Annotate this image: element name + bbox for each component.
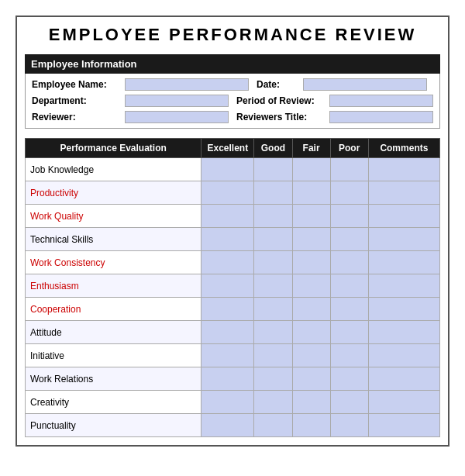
comments-cell[interactable] bbox=[368, 391, 439, 414]
table-row: Punctuality bbox=[26, 414, 440, 437]
check-cell-fair[interactable] bbox=[292, 228, 330, 251]
page-title: EMPLOYEE PERFORMANCE REVIEW bbox=[25, 25, 440, 45]
reviewer-input[interactable] bbox=[125, 111, 229, 123]
comments-cell[interactable] bbox=[368, 251, 439, 274]
table-row: Enthusiasm bbox=[26, 274, 440, 298]
check-cell-fair[interactable] bbox=[292, 391, 330, 414]
comments-cell[interactable] bbox=[368, 228, 439, 251]
check-cell-excellent[interactable] bbox=[202, 298, 254, 321]
check-cell-excellent[interactable] bbox=[202, 158, 254, 181]
evaluation-table: Performance Evaluation Excellent Good Fa… bbox=[25, 138, 440, 437]
row-label-attitude: Attitude bbox=[26, 321, 202, 344]
check-cell-excellent[interactable] bbox=[202, 205, 254, 228]
check-cell-fair[interactable] bbox=[292, 298, 330, 321]
check-cell-good[interactable] bbox=[254, 251, 292, 274]
check-cell-fair[interactable] bbox=[292, 414, 330, 437]
row-label-work-quality: Work Quality bbox=[26, 205, 202, 228]
table-row: Work Consistency bbox=[26, 251, 440, 274]
check-cell-good[interactable] bbox=[254, 298, 292, 321]
employee-info-section: Employee Information Employee Name: Date… bbox=[25, 54, 440, 129]
check-cell-fair[interactable] bbox=[292, 367, 330, 391]
date-input[interactable] bbox=[303, 78, 427, 91]
comments-cell[interactable] bbox=[368, 158, 439, 181]
check-cell-good[interactable] bbox=[254, 274, 292, 298]
reviewer-label: Reviewer: bbox=[32, 112, 117, 122]
row-label-punctuality: Punctuality bbox=[26, 414, 202, 437]
comments-cell[interactable] bbox=[368, 367, 439, 391]
comments-cell[interactable] bbox=[368, 274, 439, 298]
check-cell-fair[interactable] bbox=[292, 181, 330, 205]
col-header-poor: Poor bbox=[330, 139, 368, 158]
table-row: Job Knowledge bbox=[26, 158, 440, 181]
check-cell-poor[interactable] bbox=[330, 205, 368, 228]
check-cell-excellent[interactable] bbox=[202, 367, 254, 391]
row-label-work-consistency: Work Consistency bbox=[26, 251, 202, 274]
check-cell-fair[interactable] bbox=[292, 205, 330, 228]
info-row-1: Employee Name: Date: bbox=[32, 78, 433, 91]
comments-cell[interactable] bbox=[368, 414, 439, 437]
check-cell-excellent[interactable] bbox=[202, 228, 254, 251]
check-cell-excellent[interactable] bbox=[202, 321, 254, 344]
check-cell-fair[interactable] bbox=[292, 321, 330, 344]
row-label-work-relations: Work Relations bbox=[26, 367, 202, 391]
check-cell-fair[interactable] bbox=[292, 251, 330, 274]
check-cell-fair[interactable] bbox=[292, 158, 330, 181]
page-container: EMPLOYEE PERFORMANCE REVIEW Employee Inf… bbox=[16, 16, 450, 447]
check-cell-poor[interactable] bbox=[330, 367, 368, 391]
check-cell-good[interactable] bbox=[254, 228, 292, 251]
emp-name-input[interactable] bbox=[125, 78, 249, 91]
check-cell-poor[interactable] bbox=[330, 274, 368, 298]
date-label: Date: bbox=[257, 79, 295, 90]
check-cell-good[interactable] bbox=[254, 414, 292, 437]
col-header-good: Good bbox=[254, 139, 292, 158]
check-cell-poor[interactable] bbox=[330, 298, 368, 321]
check-cell-good[interactable] bbox=[254, 181, 292, 205]
table-row: Technical Skills bbox=[26, 228, 440, 251]
dept-label: Department: bbox=[32, 95, 117, 106]
table-row: Creativity bbox=[26, 391, 440, 414]
dept-input[interactable] bbox=[125, 95, 229, 107]
table-header-row: Performance Evaluation Excellent Good Fa… bbox=[26, 139, 440, 158]
check-cell-poor[interactable] bbox=[330, 391, 368, 414]
check-cell-good[interactable] bbox=[254, 391, 292, 414]
check-cell-poor[interactable] bbox=[330, 158, 368, 181]
row-label-productivity: Productivity bbox=[26, 181, 202, 205]
check-cell-fair[interactable] bbox=[292, 344, 330, 367]
check-cell-excellent[interactable] bbox=[202, 274, 254, 298]
row-label-cooperation: Cooperation bbox=[26, 298, 202, 321]
comments-cell[interactable] bbox=[368, 344, 439, 367]
check-cell-poor[interactable] bbox=[330, 181, 368, 205]
check-cell-good[interactable] bbox=[254, 321, 292, 344]
check-cell-good[interactable] bbox=[254, 205, 292, 228]
table-row: Initiative bbox=[26, 344, 440, 367]
period-input[interactable] bbox=[329, 95, 433, 107]
comments-cell[interactable] bbox=[368, 181, 439, 205]
comments-cell[interactable] bbox=[368, 205, 439, 228]
rev-title-input[interactable] bbox=[329, 111, 433, 123]
employee-info-header: Employee Information bbox=[25, 54, 440, 74]
check-cell-excellent[interactable] bbox=[202, 181, 254, 205]
check-cell-poor[interactable] bbox=[330, 228, 368, 251]
check-cell-excellent[interactable] bbox=[202, 251, 254, 274]
check-cell-good[interactable] bbox=[254, 158, 292, 181]
emp-name-label: Employee Name: bbox=[32, 79, 117, 90]
check-cell-excellent[interactable] bbox=[202, 414, 254, 437]
check-cell-poor[interactable] bbox=[330, 414, 368, 437]
employee-info-grid: Employee Name: Date: Department: Period … bbox=[25, 74, 440, 129]
row-label-creativity: Creativity bbox=[26, 391, 202, 414]
check-cell-good[interactable] bbox=[254, 344, 292, 367]
comments-cell[interactable] bbox=[368, 298, 439, 321]
check-cell-fair[interactable] bbox=[292, 274, 330, 298]
check-cell-poor[interactable] bbox=[330, 321, 368, 344]
col-header-comments: Comments bbox=[368, 139, 439, 158]
info-row-2: Department: Period of Review: bbox=[32, 95, 433, 107]
row-label-technical-skills: Technical Skills bbox=[26, 228, 202, 251]
check-cell-poor[interactable] bbox=[330, 251, 368, 274]
check-cell-good[interactable] bbox=[254, 367, 292, 391]
check-cell-excellent[interactable] bbox=[202, 344, 254, 367]
col-header-evaluation: Performance Evaluation bbox=[26, 139, 202, 158]
check-cell-poor[interactable] bbox=[330, 344, 368, 367]
check-cell-excellent[interactable] bbox=[202, 391, 254, 414]
comments-cell[interactable] bbox=[368, 321, 439, 344]
table-row: Cooperation bbox=[26, 298, 440, 321]
